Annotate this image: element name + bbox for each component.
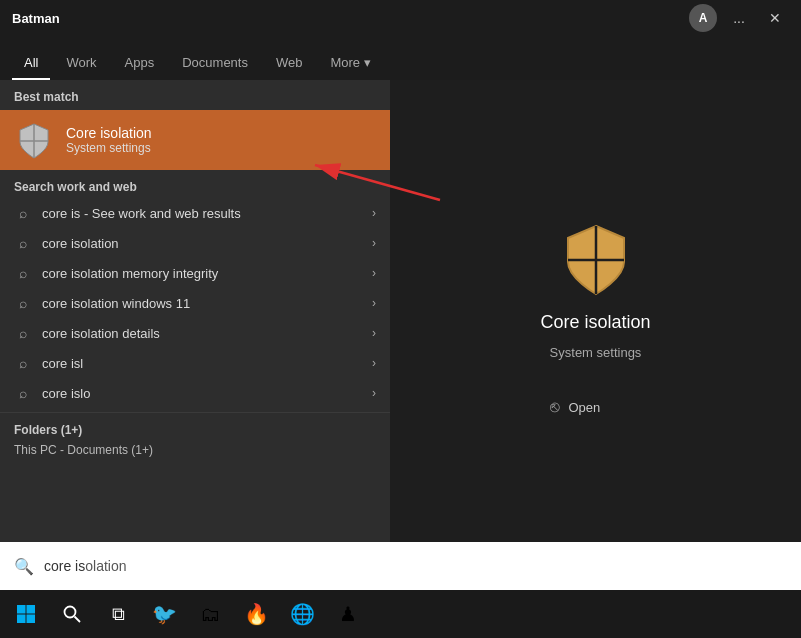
result-text-6: core isl: [42, 356, 362, 371]
right-title: Core isolation: [540, 312, 650, 333]
search-result-2[interactable]: ⌕ core isolation ›: [0, 228, 390, 258]
twitter-icon: 🐦: [152, 602, 177, 626]
chevron-icon-1: ›: [372, 206, 376, 220]
title-bar: Batman A ... ✕: [0, 0, 801, 36]
start-button[interactable]: [4, 592, 48, 636]
search-text-before: core is: [44, 558, 85, 574]
taskview-icon: ⧉: [112, 604, 125, 625]
search-icon-4: ⌕: [14, 295, 32, 311]
chevron-icon-4: ›: [372, 296, 376, 310]
window-title: Batman: [12, 11, 60, 26]
tab-documents[interactable]: Documents: [170, 47, 260, 80]
windows-logo-icon: [16, 604, 36, 624]
search-bar-text: core isolation: [44, 558, 127, 574]
svg-rect-7: [27, 605, 36, 614]
close-button[interactable]: ✕: [761, 4, 789, 32]
search-panel: Batman A ... ✕ All Work Apps Documents W…: [0, 0, 801, 590]
tab-more[interactable]: More ▾: [318, 47, 382, 80]
right-icon-area: Core isolation System settings ⎋ Open: [540, 120, 650, 522]
search-result-1[interactable]: ⌕ core is - See work and web results ›: [0, 198, 390, 228]
tab-apps[interactable]: Apps: [113, 47, 167, 80]
firefox-button[interactable]: 🔥: [234, 592, 278, 636]
svg-rect-6: [17, 605, 26, 614]
tab-all[interactable]: All: [12, 47, 50, 80]
search-result-6[interactable]: ⌕ core isl ›: [0, 348, 390, 378]
tab-work[interactable]: Work: [54, 47, 108, 80]
search-taskbar-button[interactable]: [50, 592, 94, 636]
svg-point-10: [65, 607, 76, 618]
steam-icon: ♟: [339, 602, 357, 626]
chevron-icon-6: ›: [372, 356, 376, 370]
search-icon-1: ⌕: [14, 205, 32, 221]
globe-button[interactable]: 🌐: [280, 592, 324, 636]
search-result-3[interactable]: ⌕ core isolation memory integrity ›: [0, 258, 390, 288]
bird-icon-button[interactable]: 🐦: [142, 592, 186, 636]
result-text-1: core is - See work and web results: [42, 206, 362, 221]
svg-rect-8: [17, 615, 26, 624]
open-button[interactable]: ⎋ Open: [540, 392, 610, 422]
search-bar-icon: 🔍: [14, 557, 34, 576]
right-subtitle: System settings: [550, 345, 642, 360]
folder-item[interactable]: This PC - Documents (1+): [0, 439, 390, 465]
search-icon-6: ⌕: [14, 355, 32, 371]
best-match-subtitle: System settings: [66, 141, 152, 155]
shield-icon: [14, 120, 54, 160]
tabs-bar: All Work Apps Documents Web More ▾: [0, 36, 801, 80]
chevron-icon-5: ›: [372, 326, 376, 340]
result-text-3: core isolation memory integrity: [42, 266, 362, 281]
main-content: Best match Core isolation System setting…: [0, 80, 801, 542]
firefox-icon: 🔥: [244, 602, 269, 626]
result-text-4: core isolation windows 11: [42, 296, 362, 311]
right-panel: Core isolation System settings ⎋ Open: [390, 80, 801, 542]
search-icon-2: ⌕: [14, 235, 32, 251]
chevron-icon-3: ›: [372, 266, 376, 280]
section-divider: [0, 412, 390, 413]
best-match-item[interactable]: Core isolation System settings: [0, 110, 390, 170]
search-icon-3: ⌕: [14, 265, 32, 281]
search-text-highlight: olation: [85, 558, 126, 574]
chevron-icon-2: ›: [372, 236, 376, 250]
folders-label: Folders (1+): [0, 417, 390, 439]
result-text-2: core isolation: [42, 236, 362, 251]
search-icon-5: ⌕: [14, 325, 32, 341]
open-label: Open: [568, 400, 600, 415]
steam-button[interactable]: ♟: [326, 592, 370, 636]
search-icon-7: ⌕: [14, 385, 32, 401]
taskview-button[interactable]: ⧉: [96, 592, 140, 636]
shield-large-icon: [556, 220, 636, 300]
search-result-5[interactable]: ⌕ core isolation details ›: [0, 318, 390, 348]
open-icon: ⎋: [550, 398, 560, 416]
result-text-5: core isolation details: [42, 326, 362, 341]
dots-button[interactable]: ...: [725, 4, 753, 32]
taskbar: ⧉ 🐦 🗂 🔥 🌐 ♟: [0, 590, 801, 638]
chevron-icon-7: ›: [372, 386, 376, 400]
best-match-text: Core isolation System settings: [66, 125, 152, 155]
search-bar: 🔍 core isolation: [0, 542, 801, 590]
user-avatar[interactable]: A: [689, 4, 717, 32]
svg-line-11: [75, 617, 81, 623]
svg-rect-9: [27, 615, 36, 624]
tab-web[interactable]: Web: [264, 47, 315, 80]
title-controls: A ... ✕: [689, 4, 789, 32]
folder-icon: 🗂: [200, 603, 220, 626]
search-web-label: Search work and web: [0, 170, 390, 198]
left-panel: Best match Core isolation System setting…: [0, 80, 390, 542]
best-match-label: Best match: [0, 80, 390, 110]
search-result-4[interactable]: ⌕ core isolation windows 11 ›: [0, 288, 390, 318]
file-explorer-button[interactable]: 🗂: [188, 592, 232, 636]
globe-icon: 🌐: [290, 602, 315, 626]
search-result-7[interactable]: ⌕ core islo ›: [0, 378, 390, 408]
best-match-title: Core isolation: [66, 125, 152, 141]
result-text-7: core islo: [42, 386, 362, 401]
search-taskbar-icon: [62, 604, 82, 624]
